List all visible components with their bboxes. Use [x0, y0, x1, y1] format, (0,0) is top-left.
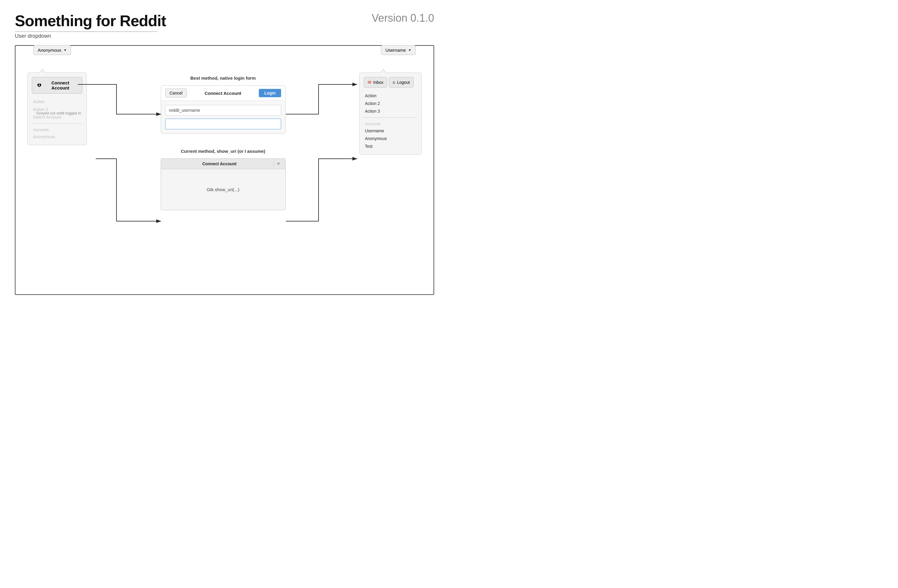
- left-dropdown-section: Anonymous ▼ ⮋ Connect Account Action Act…: [27, 58, 87, 145]
- inbox-label: Inbox: [373, 80, 383, 85]
- dialog-cancel-button[interactable]: Cancel: [165, 89, 187, 97]
- right-dropdown-panel: ✉ Inbox ⎋ Logout Action Action 2 Action …: [359, 72, 422, 155]
- logout-icon: ⎋: [393, 80, 395, 85]
- page-title: Something for Reddit: [15, 12, 166, 30]
- password-input[interactable]: [165, 119, 281, 129]
- dropdown-caret: [40, 69, 45, 72]
- right-menu-item-action3[interactable]: Action 3: [364, 107, 417, 115]
- dialog-title: Connect Account: [187, 91, 259, 96]
- uri-body-text: Gtk.show_uri(...): [206, 187, 239, 192]
- right-top-buttons: ✉ Inbox ⎋ Logout: [364, 77, 417, 88]
- share-icon: ⮋: [37, 83, 41, 88]
- inbox-icon: ✉: [368, 80, 371, 85]
- native-dialog-header: Cancel Connect Account Login: [161, 86, 285, 101]
- menu-divider: [32, 123, 82, 124]
- username-trigger-label: Username: [385, 48, 406, 52]
- connect-account-button-left[interactable]: ⮋ Connect Account: [32, 77, 82, 94]
- page-subtitle: User dropdown: [15, 33, 51, 39]
- main-frame: Anonymous ▼ ⮋ Connect Account Action Act…: [15, 45, 434, 295]
- center-area: Best method, native login form Cancel Co…: [87, 58, 359, 210]
- anonymous-trigger-label: Anonymous: [38, 48, 61, 52]
- native-dialog-label: Best method, native login form: [190, 75, 255, 80]
- right-menu-divider: [364, 117, 417, 118]
- accounts-section-label-right: Accounts: [364, 120, 417, 127]
- logout-button[interactable]: ⎋ Logout: [389, 77, 414, 88]
- account-test[interactable]: Test: [364, 142, 417, 150]
- account-username[interactable]: Username: [364, 127, 417, 135]
- connect-account-label-left: Connect Account: [43, 80, 77, 90]
- logout-label: Logout: [397, 80, 410, 85]
- uri-dialog-titlebar: Connect Account ×: [161, 159, 285, 169]
- chevron-down-icon-right: ▼: [408, 48, 411, 52]
- uri-dialog: Connect Account × Gtk.show_uri(...): [161, 159, 286, 210]
- account-anonymous: Anonymous: [32, 133, 82, 141]
- accounts-section-label-left: Accounts: [32, 126, 82, 133]
- native-login-dialog: Cancel Connect Account Login: [161, 85, 286, 134]
- title-divider: [274, 161, 274, 166]
- uri-dialog-title: Connect Account: [165, 162, 274, 166]
- anonymous-dropdown-trigger[interactable]: Anonymous ▼: [33, 45, 71, 55]
- account-anonymous-right[interactable]: Anonymous: [364, 135, 417, 142]
- menu-item-action: Action: [32, 98, 82, 106]
- username-dropdown-trigger[interactable]: Username ▼: [381, 45, 416, 55]
- right-dropdown-section: Username ▼ ✉ Inbox ⎋ Logout Action Actio…: [359, 58, 422, 155]
- uri-dialog-label: Current method, show_uri (or I assume): [181, 149, 265, 154]
- greyed-note: Greyed out untill logged in: [36, 111, 81, 115]
- chevron-down-icon: ▼: [64, 48, 66, 52]
- inbox-button[interactable]: ✉ Inbox: [364, 77, 387, 88]
- uri-dialog-body: Gtk.show_uri(...): [161, 169, 285, 210]
- uri-dialog-section: Current method, show_uri (or I assume) C…: [93, 149, 353, 210]
- right-menu-item-action[interactable]: Action: [364, 92, 417, 100]
- uri-dialog-close-button[interactable]: ×: [276, 161, 281, 166]
- left-dropdown-panel: ⮋ Connect Account Action Action 2 Switch…: [27, 72, 87, 145]
- header-divider: [15, 31, 157, 32]
- username-input[interactable]: [165, 105, 281, 115]
- dropdown-caret-right: [380, 69, 386, 72]
- dialog-login-button[interactable]: Login: [259, 89, 281, 97]
- version-label: Version 0.1.0: [372, 12, 434, 25]
- native-dialog-body: [161, 101, 285, 134]
- right-menu-item-action2[interactable]: Action 2: [364, 100, 417, 107]
- native-dialog-section: Best method, native login form Cancel Co…: [93, 75, 353, 134]
